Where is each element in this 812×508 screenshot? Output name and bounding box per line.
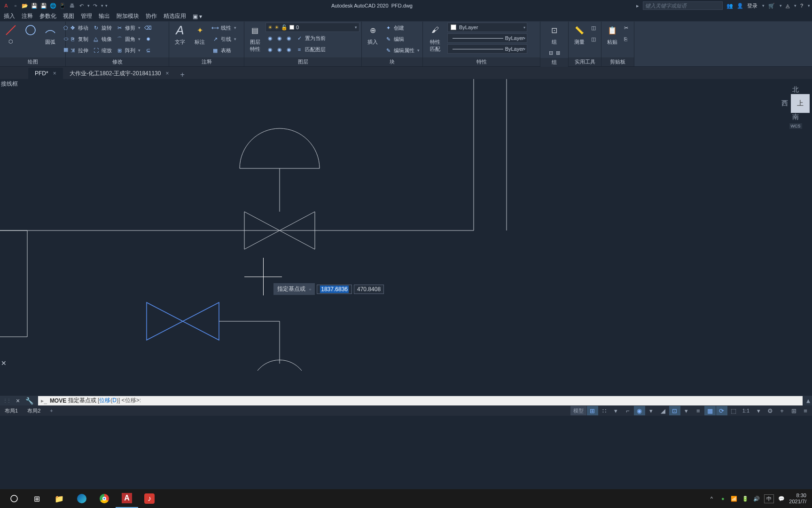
- status-ortho-icon[interactable]: ⌐: [622, 406, 633, 415]
- edit-block-button[interactable]: ✎编辑: [383, 34, 421, 44]
- measure-button[interactable]: 📏测量: [570, 23, 588, 46]
- erase-button[interactable]: ⌫: [143, 23, 153, 33]
- dimension-button[interactable]: ✦标注: [191, 23, 209, 46]
- layout-tab-1[interactable]: 布局1: [0, 405, 23, 416]
- tray-notification-icon[interactable]: 💬: [778, 495, 785, 502]
- start-button[interactable]: [3, 489, 25, 508]
- status-dropdown[interactable]: ▾: [681, 406, 692, 415]
- trim-button[interactable]: ✂修剪▾: [115, 23, 141, 33]
- autocad-taskbar-icon[interactable]: A: [116, 489, 138, 508]
- rotate-button[interactable]: ↻旋转: [91, 23, 113, 33]
- tray-battery-icon[interactable]: 🔋: [742, 495, 749, 502]
- layer-icons-2[interactable]: ◉◉◉: [265, 44, 294, 55]
- tab-insert[interactable]: 插入: [4, 12, 15, 20]
- match-layer-button[interactable]: ≡匹配图层: [295, 44, 327, 55]
- taskbar-clock[interactable]: 8:30 2021/7/: [789, 492, 806, 505]
- edge-icon[interactable]: [70, 489, 93, 508]
- array-button[interactable]: ⊞阵列▾: [115, 45, 141, 56]
- circle-button[interactable]: [22, 23, 39, 38]
- tab-addins[interactable]: 附加模块: [117, 12, 139, 20]
- qat-customize[interactable]: ▾: [104, 3, 108, 8]
- tab-toggle[interactable]: ▣ ▾: [193, 13, 202, 20]
- group-icon1[interactable]: ⊟: [548, 48, 554, 58]
- close-tool-palette[interactable]: ✕: [1, 359, 7, 367]
- status-lw-icon[interactable]: ≡: [693, 406, 704, 415]
- cart-icon[interactable]: 🛒: [768, 3, 775, 9]
- status-grid-icon[interactable]: ⊞: [587, 406, 598, 415]
- panel-props-label[interactable]: 特性: [423, 57, 540, 66]
- offset-button[interactable]: ⊆: [143, 45, 153, 56]
- status-polar-icon[interactable]: ◉: [634, 406, 645, 415]
- status-dropdown[interactable]: ▾: [610, 406, 622, 415]
- group-button[interactable]: ⊡组: [546, 23, 563, 46]
- ime-indicator[interactable]: 中: [764, 494, 774, 503]
- dwg-tab-2[interactable]: 大作业-化工1802-王成宇-201841130×: [63, 68, 176, 79]
- panel-block-label[interactable]: 块: [362, 57, 422, 66]
- search-icon[interactable]: ▸: [636, 3, 639, 9]
- fillet-button[interactable]: ⌒圆角▾: [115, 34, 141, 44]
- status-gear-icon[interactable]: ⚙: [765, 406, 776, 415]
- move-button[interactable]: ✥移动: [68, 23, 89, 33]
- viewcube[interactable]: 北 西 上 南 WCS: [779, 86, 812, 129]
- save-icon[interactable]: 💾: [30, 1, 39, 10]
- status-transparency-icon[interactable]: ▦: [704, 406, 716, 415]
- group-icon2[interactable]: ⊞: [555, 48, 561, 58]
- layout-tab-2[interactable]: 布局2: [23, 405, 45, 416]
- help-icon[interactable]: ?: [800, 3, 803, 8]
- tab-output[interactable]: 输出: [99, 12, 110, 20]
- tab-manage[interactable]: 管理: [81, 12, 92, 20]
- tray-volume-icon[interactable]: 🔊: [753, 495, 760, 502]
- file-explorer-icon[interactable]: 📁: [48, 489, 70, 508]
- dynamic-x-input[interactable]: 1837.6836: [317, 285, 352, 294]
- user-icon[interactable]: 👤: [737, 3, 743, 9]
- panel-layers-label[interactable]: 图层: [244, 57, 361, 66]
- edit-attr-button[interactable]: ✎编辑属性▾: [383, 45, 421, 56]
- cmdline-history[interactable]: ▴: [804, 396, 812, 405]
- status-osnap-icon[interactable]: ⊡: [669, 406, 680, 415]
- layer-icons-1[interactable]: ◉◉◉: [265, 33, 294, 43]
- status-cycling-icon[interactable]: ⟳: [716, 406, 727, 415]
- status-dropdown[interactable]: ▾: [646, 406, 657, 415]
- copy-clip-icon[interactable]: ⎘: [623, 34, 629, 44]
- status-dropdown[interactable]: ▾: [753, 406, 764, 415]
- status-model[interactable]: 模型: [570, 406, 586, 415]
- task-view-icon[interactable]: ⊞: [25, 489, 48, 508]
- new-icon[interactable]: ▫: [11, 1, 20, 10]
- web-icon[interactable]: 🌐: [49, 1, 57, 10]
- status-scale[interactable]: 1:1: [740, 406, 752, 415]
- panel-clip-label[interactable]: 剪贴板: [601, 57, 634, 66]
- tab-parametric[interactable]: 参数化: [39, 12, 56, 20]
- leader-button[interactable]: ↗引线▾: [211, 34, 237, 44]
- line-button[interactable]: [2, 23, 20, 38]
- set-current-button[interactable]: ✓置为当前: [295, 33, 327, 43]
- tray-cloud-icon[interactable]: ●: [719, 495, 726, 502]
- util-1[interactable]: ◫: [590, 23, 597, 33]
- cmdline-grip[interactable]: ⋮⋮: [0, 398, 13, 403]
- close-tab-icon[interactable]: ×: [53, 70, 56, 77]
- tab-annotate[interactable]: 注释: [22, 12, 33, 20]
- mirror-button[interactable]: ⧋镜像: [91, 34, 113, 44]
- drawing-canvas[interactable]: 接线框 指定基点或▫ 1837.6836 470.8408 北: [0, 79, 812, 395]
- undo-dropdown[interactable]: ▾: [86, 3, 90, 8]
- autocad-logo-icon[interactable]: A: [2, 1, 10, 10]
- status-menu-icon[interactable]: ≡: [800, 406, 811, 415]
- status-plus-icon[interactable]: +: [776, 406, 788, 415]
- print-icon[interactable]: 🖶: [68, 1, 76, 10]
- saveas-icon[interactable]: 💾: [39, 1, 48, 10]
- panel-group-label[interactable]: 组: [540, 58, 568, 67]
- paste-button[interactable]: 📋粘贴: [603, 23, 621, 46]
- dynamic-y-input[interactable]: 470.8408: [354, 285, 384, 294]
- chrome-icon[interactable]: [93, 489, 116, 508]
- login-button[interactable]: 登录: [747, 2, 757, 9]
- status-ui-icon[interactable]: ⊞: [788, 406, 799, 415]
- scale-button[interactable]: ⛶缩放: [91, 45, 113, 56]
- lineweight-combo[interactable]: ByLayer▾: [447, 33, 527, 43]
- redo-dropdown[interactable]: ▾: [100, 3, 103, 8]
- layer-combo[interactable]: ☀☀🔓 0 ▾: [265, 23, 359, 32]
- a360-icon[interactable]: ◬: [786, 3, 789, 9]
- linetype-combo[interactable]: ByLayer▾: [447, 44, 527, 54]
- copy-button[interactable]: ⎘复制: [68, 34, 89, 44]
- cmdline-close[interactable]: ×: [13, 397, 23, 405]
- insert-button[interactable]: ⊕插入: [364, 23, 382, 46]
- panel-draw-label[interactable]: 绘图: [0, 57, 65, 66]
